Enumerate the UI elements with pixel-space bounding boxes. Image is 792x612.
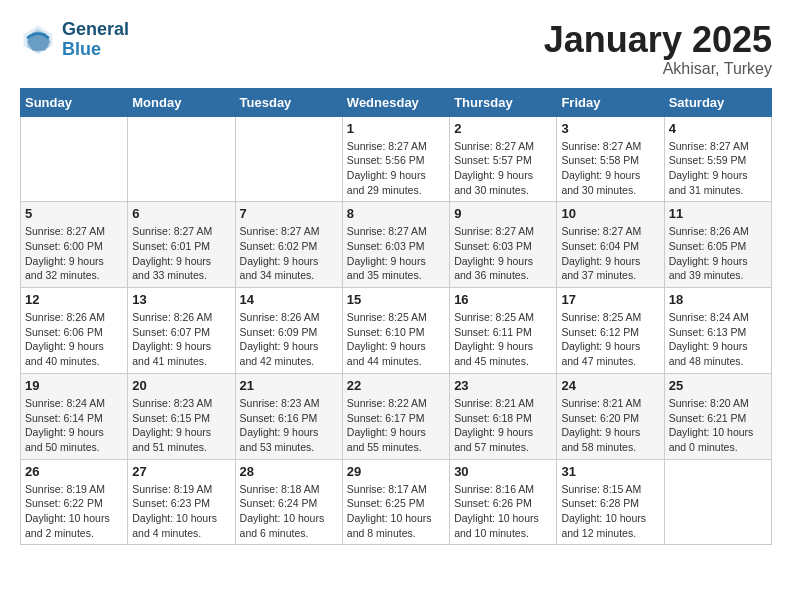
day-number: 18: [669, 292, 767, 307]
day-info: Sunrise: 8:21 AM Sunset: 6:18 PM Dayligh…: [454, 396, 552, 455]
day-info: Sunrise: 8:16 AM Sunset: 6:26 PM Dayligh…: [454, 482, 552, 541]
day-info: Sunrise: 8:22 AM Sunset: 6:17 PM Dayligh…: [347, 396, 445, 455]
day-number: 10: [561, 206, 659, 221]
calendar-cell: 25Sunrise: 8:20 AM Sunset: 6:21 PM Dayli…: [664, 373, 771, 459]
day-info: Sunrise: 8:26 AM Sunset: 6:09 PM Dayligh…: [240, 310, 338, 369]
page-header: General Blue January 2025 Akhisar, Turke…: [20, 20, 772, 78]
day-info: Sunrise: 8:27 AM Sunset: 5:56 PM Dayligh…: [347, 139, 445, 198]
calendar-cell: [128, 116, 235, 202]
day-info: Sunrise: 8:15 AM Sunset: 6:28 PM Dayligh…: [561, 482, 659, 541]
day-info: Sunrise: 8:20 AM Sunset: 6:21 PM Dayligh…: [669, 396, 767, 455]
day-number: 1: [347, 121, 445, 136]
day-info: Sunrise: 8:17 AM Sunset: 6:25 PM Dayligh…: [347, 482, 445, 541]
weekday-header-thursday: Thursday: [450, 88, 557, 116]
calendar-cell: 22Sunrise: 8:22 AM Sunset: 6:17 PM Dayli…: [342, 373, 449, 459]
day-number: 13: [132, 292, 230, 307]
day-info: Sunrise: 8:27 AM Sunset: 6:01 PM Dayligh…: [132, 224, 230, 283]
calendar-cell: 7Sunrise: 8:27 AM Sunset: 6:02 PM Daylig…: [235, 202, 342, 288]
calendar-cell: 4Sunrise: 8:27 AM Sunset: 5:59 PM Daylig…: [664, 116, 771, 202]
weekday-header-tuesday: Tuesday: [235, 88, 342, 116]
month-title: January 2025: [544, 20, 772, 60]
day-number: 20: [132, 378, 230, 393]
calendar-cell: 1Sunrise: 8:27 AM Sunset: 5:56 PM Daylig…: [342, 116, 449, 202]
day-info: Sunrise: 8:24 AM Sunset: 6:14 PM Dayligh…: [25, 396, 123, 455]
day-number: 4: [669, 121, 767, 136]
day-number: 21: [240, 378, 338, 393]
day-number: 9: [454, 206, 552, 221]
day-info: Sunrise: 8:23 AM Sunset: 6:15 PM Dayligh…: [132, 396, 230, 455]
calendar-cell: [664, 459, 771, 545]
day-number: 25: [669, 378, 767, 393]
day-number: 16: [454, 292, 552, 307]
day-number: 6: [132, 206, 230, 221]
day-info: Sunrise: 8:26 AM Sunset: 6:07 PM Dayligh…: [132, 310, 230, 369]
calendar-week-row: 5Sunrise: 8:27 AM Sunset: 6:00 PM Daylig…: [21, 202, 772, 288]
calendar-cell: 2Sunrise: 8:27 AM Sunset: 5:57 PM Daylig…: [450, 116, 557, 202]
calendar-cell: 11Sunrise: 8:26 AM Sunset: 6:05 PM Dayli…: [664, 202, 771, 288]
day-info: Sunrise: 8:27 AM Sunset: 5:57 PM Dayligh…: [454, 139, 552, 198]
day-number: 31: [561, 464, 659, 479]
day-number: 7: [240, 206, 338, 221]
calendar-cell: 23Sunrise: 8:21 AM Sunset: 6:18 PM Dayli…: [450, 373, 557, 459]
calendar-cell: 21Sunrise: 8:23 AM Sunset: 6:16 PM Dayli…: [235, 373, 342, 459]
calendar-cell: [235, 116, 342, 202]
calendar-cell: 28Sunrise: 8:18 AM Sunset: 6:24 PM Dayli…: [235, 459, 342, 545]
location-subtitle: Akhisar, Turkey: [544, 60, 772, 78]
day-info: Sunrise: 8:25 AM Sunset: 6:10 PM Dayligh…: [347, 310, 445, 369]
day-info: Sunrise: 8:27 AM Sunset: 6:00 PM Dayligh…: [25, 224, 123, 283]
day-info: Sunrise: 8:26 AM Sunset: 6:06 PM Dayligh…: [25, 310, 123, 369]
calendar-cell: 18Sunrise: 8:24 AM Sunset: 6:13 PM Dayli…: [664, 288, 771, 374]
day-info: Sunrise: 8:27 AM Sunset: 6:03 PM Dayligh…: [454, 224, 552, 283]
day-number: 28: [240, 464, 338, 479]
weekday-header-friday: Friday: [557, 88, 664, 116]
day-number: 19: [25, 378, 123, 393]
calendar-cell: 27Sunrise: 8:19 AM Sunset: 6:23 PM Dayli…: [128, 459, 235, 545]
day-info: Sunrise: 8:25 AM Sunset: 6:11 PM Dayligh…: [454, 310, 552, 369]
calendar-cell: 20Sunrise: 8:23 AM Sunset: 6:15 PM Dayli…: [128, 373, 235, 459]
day-info: Sunrise: 8:23 AM Sunset: 6:16 PM Dayligh…: [240, 396, 338, 455]
day-info: Sunrise: 8:27 AM Sunset: 6:03 PM Dayligh…: [347, 224, 445, 283]
calendar-cell: 24Sunrise: 8:21 AM Sunset: 6:20 PM Dayli…: [557, 373, 664, 459]
day-info: Sunrise: 8:21 AM Sunset: 6:20 PM Dayligh…: [561, 396, 659, 455]
calendar-table: SundayMondayTuesdayWednesdayThursdayFrid…: [20, 88, 772, 546]
day-info: Sunrise: 8:25 AM Sunset: 6:12 PM Dayligh…: [561, 310, 659, 369]
day-info: Sunrise: 8:27 AM Sunset: 6:02 PM Dayligh…: [240, 224, 338, 283]
calendar-week-row: 26Sunrise: 8:19 AM Sunset: 6:22 PM Dayli…: [21, 459, 772, 545]
calendar-cell: 13Sunrise: 8:26 AM Sunset: 6:07 PM Dayli…: [128, 288, 235, 374]
day-number: 30: [454, 464, 552, 479]
day-info: Sunrise: 8:27 AM Sunset: 5:58 PM Dayligh…: [561, 139, 659, 198]
day-number: 2: [454, 121, 552, 136]
day-info: Sunrise: 8:19 AM Sunset: 6:22 PM Dayligh…: [25, 482, 123, 541]
day-number: 14: [240, 292, 338, 307]
day-info: Sunrise: 8:24 AM Sunset: 6:13 PM Dayligh…: [669, 310, 767, 369]
day-number: 3: [561, 121, 659, 136]
calendar-cell: 14Sunrise: 8:26 AM Sunset: 6:09 PM Dayli…: [235, 288, 342, 374]
calendar-cell: 3Sunrise: 8:27 AM Sunset: 5:58 PM Daylig…: [557, 116, 664, 202]
day-number: 15: [347, 292, 445, 307]
calendar-cell: 12Sunrise: 8:26 AM Sunset: 6:06 PM Dayli…: [21, 288, 128, 374]
calendar-cell: 10Sunrise: 8:27 AM Sunset: 6:04 PM Dayli…: [557, 202, 664, 288]
logo-text: General Blue: [62, 20, 129, 60]
day-number: 5: [25, 206, 123, 221]
day-number: 17: [561, 292, 659, 307]
calendar-week-row: 12Sunrise: 8:26 AM Sunset: 6:06 PM Dayli…: [21, 288, 772, 374]
day-info: Sunrise: 8:26 AM Sunset: 6:05 PM Dayligh…: [669, 224, 767, 283]
day-number: 26: [25, 464, 123, 479]
weekday-header-row: SundayMondayTuesdayWednesdayThursdayFrid…: [21, 88, 772, 116]
day-number: 11: [669, 206, 767, 221]
day-number: 8: [347, 206, 445, 221]
day-info: Sunrise: 8:27 AM Sunset: 5:59 PM Dayligh…: [669, 139, 767, 198]
calendar-cell: 30Sunrise: 8:16 AM Sunset: 6:26 PM Dayli…: [450, 459, 557, 545]
calendar-cell: 15Sunrise: 8:25 AM Sunset: 6:10 PM Dayli…: [342, 288, 449, 374]
calendar-cell: 26Sunrise: 8:19 AM Sunset: 6:22 PM Dayli…: [21, 459, 128, 545]
calendar-cell: 29Sunrise: 8:17 AM Sunset: 6:25 PM Dayli…: [342, 459, 449, 545]
day-info: Sunrise: 8:18 AM Sunset: 6:24 PM Dayligh…: [240, 482, 338, 541]
calendar-cell: 6Sunrise: 8:27 AM Sunset: 6:01 PM Daylig…: [128, 202, 235, 288]
weekday-header-wednesday: Wednesday: [342, 88, 449, 116]
calendar-cell: [21, 116, 128, 202]
day-number: 29: [347, 464, 445, 479]
calendar-cell: 17Sunrise: 8:25 AM Sunset: 6:12 PM Dayli…: [557, 288, 664, 374]
calendar-week-row: 19Sunrise: 8:24 AM Sunset: 6:14 PM Dayli…: [21, 373, 772, 459]
calendar-cell: 8Sunrise: 8:27 AM Sunset: 6:03 PM Daylig…: [342, 202, 449, 288]
calendar-cell: 16Sunrise: 8:25 AM Sunset: 6:11 PM Dayli…: [450, 288, 557, 374]
